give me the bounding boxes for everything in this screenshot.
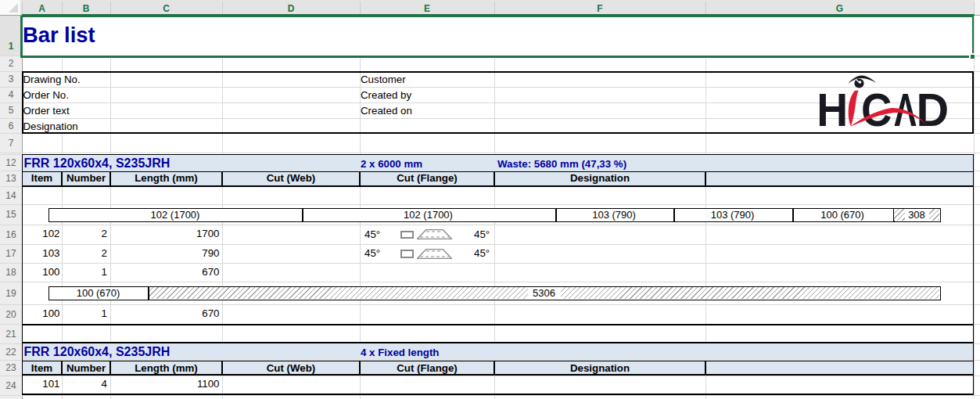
- svg-text:H: H: [817, 84, 848, 135]
- svg-text:D: D: [916, 84, 949, 135]
